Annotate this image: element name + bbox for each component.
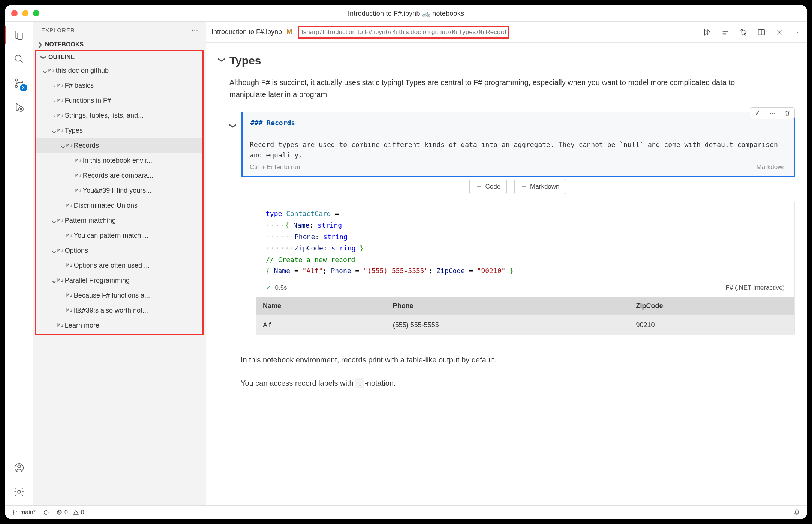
git-branch[interactable]: main* xyxy=(12,509,36,516)
explorer-icon[interactable] xyxy=(12,28,26,42)
tab-modified-indicator: M xyxy=(286,28,292,36)
debug-icon[interactable] xyxy=(12,100,26,114)
breadcrumb-segment[interactable]: fsharp xyxy=(301,28,319,36)
outline-item[interactable]: ⌄M↓Options xyxy=(36,243,202,258)
section-heading: Types xyxy=(229,52,795,70)
notebook-content: ❯ Types Although F# is succinct, it actu… xyxy=(206,43,807,505)
svg-point-0 xyxy=(15,55,21,61)
outline-item[interactable]: M↓Discriminated Unions xyxy=(36,198,202,213)
compare-icon[interactable] xyxy=(739,28,748,36)
success-check-icon: ✓ xyxy=(266,284,271,291)
chevron-right-icon: › xyxy=(51,82,57,89)
markdown-tag-icon: M↓ xyxy=(75,172,82,178)
window-title: Introduction to F#.ipynb 🚲 notebooks xyxy=(348,9,464,18)
paragraph: In this notebook environment, records pr… xyxy=(241,354,766,366)
account-icon[interactable] xyxy=(12,461,26,475)
delete-cell-icon[interactable] xyxy=(783,109,791,117)
close-window-icon[interactable] xyxy=(11,10,18,16)
outline-item-label: Because F# functions a... xyxy=(74,292,150,299)
outline-item-label: Functions in F# xyxy=(65,97,111,105)
breadcrumb-segment[interactable]: Types xyxy=(459,28,476,36)
table-cell: 90210 xyxy=(629,315,794,335)
outline-item-label: Records xyxy=(74,142,99,150)
outline-item[interactable]: ⌄M↓Pattern matching xyxy=(36,213,202,228)
markdown-cell[interactable]: ✓ ··· ### Records Record types are used … xyxy=(241,112,795,177)
markdown-tag-icon: M↓ xyxy=(75,187,82,193)
confirm-icon[interactable]: ✓ xyxy=(753,109,761,117)
chevron-down-icon: ⌄ xyxy=(42,66,48,75)
section-notebooks[interactable]: ❯ NOTEBOOKS xyxy=(33,39,206,50)
chevron-down-icon: ❯ xyxy=(40,55,47,60)
activity-bar: 3 xyxy=(5,22,33,505)
tab-filename[interactable]: Introduction to F#.ipynb xyxy=(211,28,282,36)
outline-panel-icon[interactable] xyxy=(721,28,730,36)
markdown-tag-icon: M↓ xyxy=(57,82,64,88)
outline-item[interactable]: M↓You can pattern match ... xyxy=(36,228,202,243)
table-cell: (555) 555-5555 xyxy=(386,315,629,335)
table-header: Name xyxy=(256,297,386,315)
outline-item[interactable]: ⌄M↓this doc on github xyxy=(36,63,202,78)
add-cell-buttons: ＋Code ＋Markdown xyxy=(241,179,795,194)
breadcrumb-segment[interactable]: Introduction to F#.ipynb xyxy=(322,28,389,36)
markdown-tag-icon: M↓ xyxy=(57,322,64,328)
outline-item[interactable]: ⌄M↓Parallel Programming xyxy=(36,273,202,288)
outline-item[interactable]: M↓It&#39;s also worth not... xyxy=(36,303,202,318)
sidebar-more-icon[interactable]: ··· xyxy=(192,26,198,34)
outline-item[interactable]: M↓Learn more xyxy=(36,318,202,333)
source-control-icon[interactable]: 3 xyxy=(12,76,26,90)
svg-point-12 xyxy=(13,514,14,515)
fold-chevron-icon[interactable]: ❯ xyxy=(228,123,239,130)
markdown-tag-icon: M↓ xyxy=(66,202,73,208)
more-actions-icon[interactable]: ··· xyxy=(793,28,802,36)
split-editor-icon[interactable] xyxy=(757,28,766,36)
run-all-icon[interactable] xyxy=(703,28,712,36)
outline-item[interactable]: M↓Options are often used ... xyxy=(36,258,202,273)
chevron-right-icon: › xyxy=(51,112,57,119)
markdown-tag-icon: M↓ xyxy=(57,112,64,118)
code-cell[interactable]: type ContactCard =····{ Name: string····… xyxy=(256,201,795,335)
add-markdown-button[interactable]: ＋Markdown xyxy=(514,179,566,194)
outline-item-label: Options are often used ... xyxy=(74,262,150,269)
outline-item[interactable]: M↓Because F# functions a... xyxy=(36,288,202,303)
settings-gear-icon[interactable] xyxy=(12,485,26,499)
outline-item[interactable]: M↓Records are compara... xyxy=(36,168,202,183)
sidebar-title: EXPLORER xyxy=(41,27,75,33)
table-cell: Alf xyxy=(256,315,386,335)
problems-indicator[interactable]: 0 0 xyxy=(57,509,84,516)
cell-more-icon[interactable]: ··· xyxy=(768,109,776,117)
cell-language[interactable]: Markdown xyxy=(757,162,786,172)
markdown-source[interactable]: ### Records Record types are used to com… xyxy=(250,118,786,161)
scm-badge: 3 xyxy=(20,84,27,91)
outline-item-label: Discriminated Unions xyxy=(74,202,138,210)
status-bar: main* 0 0 xyxy=(5,505,807,519)
markdown-tag-icon: M↓ xyxy=(66,307,73,313)
outline-item[interactable]: M↓In this notebook envir... xyxy=(36,153,202,168)
fold-chevron-icon[interactable]: ❯ xyxy=(217,57,228,64)
section-outline[interactable]: ❯ OUTLINE xyxy=(36,51,202,63)
kernel-label[interactable]: F# (.NET Interactive) xyxy=(726,283,785,293)
outline-item-label: Records are compara... xyxy=(83,172,153,180)
outline-item[interactable]: M↓You&#39;ll find yours... xyxy=(36,183,202,198)
outline-item-label: Types xyxy=(65,127,83,135)
breadcrumb-segment[interactable]: this doc on github xyxy=(399,28,449,36)
maximize-window-icon[interactable] xyxy=(33,10,39,16)
markdown-tag-icon: M↓ xyxy=(57,127,64,133)
close-tab-icon[interactable] xyxy=(775,28,784,36)
notifications-icon[interactable] xyxy=(794,509,800,515)
minimize-window-icon[interactable] xyxy=(22,10,28,16)
outline-item[interactable]: ›M↓Functions in F# xyxy=(36,93,202,108)
outline-item-label: Strings, tuples, lists, and... xyxy=(65,112,144,120)
breadcrumb[interactable]: fsharp/Introduction to F#.ipynb/M↓this d… xyxy=(301,28,506,36)
code-body[interactable]: type ContactCard =····{ Name: string····… xyxy=(256,201,794,280)
outline-item[interactable]: ›M↓Strings, tuples, lists, and... xyxy=(36,108,202,123)
add-code-button[interactable]: ＋Code xyxy=(469,179,507,194)
search-icon[interactable] xyxy=(12,52,26,66)
markdown-tag-icon: M↓ xyxy=(66,232,73,238)
sync-icon[interactable] xyxy=(43,509,49,515)
outline-item[interactable]: ›M↓F# basics xyxy=(36,78,202,93)
traffic-lights xyxy=(11,10,39,16)
breadcrumb-segment[interactable]: Record xyxy=(486,28,506,36)
outline-item[interactable]: ⌄M↓Records xyxy=(36,138,202,153)
tab-actions: ··· xyxy=(703,28,802,36)
outline-item[interactable]: ⌄M↓Types xyxy=(36,123,202,138)
